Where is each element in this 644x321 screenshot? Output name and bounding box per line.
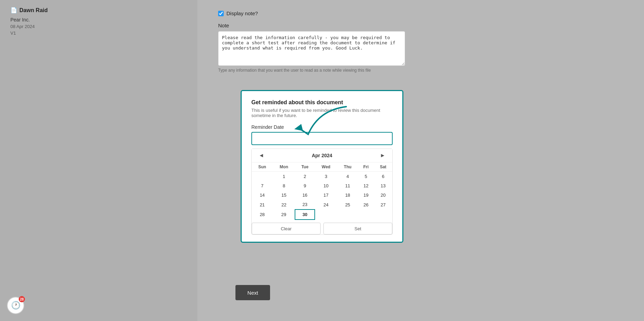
- doc-title: Dawn Raid: [19, 7, 48, 14]
- reminder-date-label: Reminder Date: [251, 124, 393, 130]
- cal-header-sat: Sat: [374, 162, 392, 172]
- display-note-label: Display note?: [226, 10, 258, 16]
- calendar-day[interactable]: 8: [273, 181, 295, 190]
- reminder-card: Get reminded about this document This is…: [241, 90, 403, 243]
- calendar-day[interactable]: 28: [252, 209, 273, 220]
- calendar-day[interactable]: 29: [273, 209, 295, 220]
- doc-title-row: 📄 Dawn Raid: [10, 7, 187, 14]
- calendar-week-row: 21222324252627: [252, 200, 392, 209]
- calendar-week-row: 78910111213: [252, 181, 392, 190]
- calendar-days-row: Sun Mon Tue Wed Thu Fri Sat: [252, 162, 392, 172]
- calendar-header: ◄ Apr 2024 ►: [252, 149, 392, 162]
- calendar-day[interactable]: 9: [295, 181, 314, 190]
- reminder-date-input[interactable]: [251, 132, 393, 145]
- calendar-day[interactable]: 16: [295, 190, 314, 200]
- calendar: ◄ Apr 2024 ► Sun Mon Tue Wed Thu Fri Sat…: [251, 149, 393, 235]
- note-label: Note: [218, 23, 623, 28]
- calendar-day[interactable]: 15: [273, 190, 295, 200]
- calendar-day[interactable]: 30: [295, 209, 314, 220]
- calendar-day[interactable]: 21: [252, 200, 273, 209]
- note-hint: Type any information that you want the u…: [218, 68, 623, 73]
- cal-header-thu: Thu: [337, 162, 358, 172]
- calendar-day[interactable]: 2: [295, 172, 314, 181]
- calendar-day[interactable]: 22: [273, 200, 295, 209]
- calendar-day[interactable]: 24: [315, 200, 338, 209]
- calendar-day[interactable]: 23: [295, 200, 314, 209]
- calendar-day[interactable]: 17: [315, 190, 338, 200]
- cal-header-fri: Fri: [358, 162, 374, 172]
- display-note-row: Display note?: [218, 10, 623, 16]
- calendar-day[interactable]: 1: [273, 172, 295, 181]
- doc-version: V1: [10, 30, 187, 36]
- calendar-month-year: Apr 2024: [312, 153, 332, 158]
- calendar-week-row: 14151617181920: [252, 190, 392, 200]
- left-panel: 📄 Dawn Raid Pear Inc. 08 Apr 2024 V1: [0, 0, 197, 321]
- cal-header-sun: Sun: [252, 162, 273, 172]
- calendar-day[interactable]: 20: [374, 190, 392, 200]
- card-buttons: Clear Set: [252, 223, 392, 234]
- set-button[interactable]: Set: [323, 223, 392, 234]
- calendar-day[interactable]: 13: [374, 181, 392, 190]
- calendar-day[interactable]: 7: [252, 181, 273, 190]
- clock-icon: 🕐: [11, 301, 20, 310]
- display-note-checkbox[interactable]: [218, 11, 224, 16]
- cal-header-mon: Mon: [273, 162, 295, 172]
- reminder-title: Get reminded about this document: [251, 99, 393, 106]
- calendar-day[interactable]: 6: [374, 172, 392, 181]
- note-textarea[interactable]: [218, 31, 405, 66]
- cal-header-tue: Tue: [295, 162, 314, 172]
- doc-company: Pear Inc.: [10, 17, 187, 23]
- calendar-day[interactable]: 4: [337, 172, 358, 181]
- calendar-day[interactable]: 5: [358, 172, 374, 181]
- calendar-day[interactable]: 27: [374, 200, 392, 209]
- cal-header-wed: Wed: [315, 162, 338, 172]
- calendar-day[interactable]: 3: [315, 172, 338, 181]
- calendar-day[interactable]: 10: [315, 181, 338, 190]
- doc-date: 08 Apr 2024: [10, 24, 187, 29]
- next-button[interactable]: Next: [235, 285, 270, 300]
- clear-button[interactable]: Clear: [252, 223, 321, 234]
- calendar-prev-button[interactable]: ◄: [256, 152, 267, 159]
- calendar-day[interactable]: 12: [358, 181, 374, 190]
- reminder-subtitle: This is useful if you want to be reminde…: [251, 108, 393, 118]
- notification-count: 28: [19, 296, 25, 302]
- calendar-day[interactable]: 26: [358, 200, 374, 209]
- calendar-next-button[interactable]: ►: [377, 152, 388, 159]
- notification-badge[interactable]: 🕐 28: [7, 297, 24, 314]
- calendar-day[interactable]: 19: [358, 190, 374, 200]
- calendar-day[interactable]: 14: [252, 190, 273, 200]
- calendar-day[interactable]: 25: [337, 200, 358, 209]
- calendar-week-row: 282930: [252, 209, 392, 220]
- calendar-day[interactable]: 18: [337, 190, 358, 200]
- calendar-week-row: 123456: [252, 172, 392, 181]
- calendar-day[interactable]: 11: [337, 181, 358, 190]
- doc-icon: 📄: [10, 7, 17, 14]
- calendar-grid: Sun Mon Tue Wed Thu Fri Sat 123456789101…: [252, 162, 392, 220]
